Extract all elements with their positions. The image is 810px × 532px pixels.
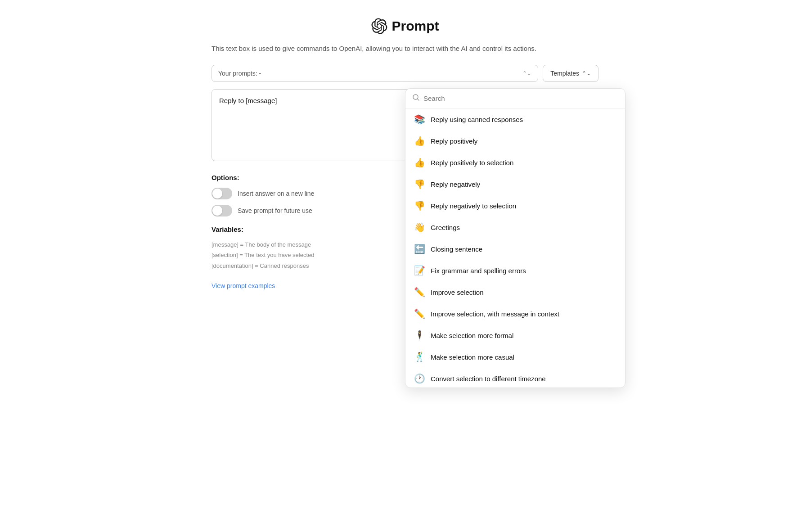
item-label: Greetings [431, 224, 460, 231]
prompt-row: Your prompts: - ⌃⌄ Templates ⌃⌄ 📚Reply u… [212, 65, 598, 82]
item-label: Reply positively [431, 137, 477, 145]
item-emoji-icon: 📚 [414, 114, 425, 125]
item-emoji-icon: 📝 [414, 265, 425, 276]
item-label: Make selection more formal [431, 332, 513, 339]
item-emoji-icon: 👎 [414, 179, 425, 189]
item-label: Reply negatively [431, 180, 480, 188]
toggle-save-prompt[interactable] [212, 205, 232, 216]
templates-chevron-icon: ⌃⌄ [582, 70, 591, 77]
item-emoji-icon: 🕴️ [414, 330, 425, 341]
item-label: Reply using canned responses [431, 116, 523, 123]
item-emoji-icon: 🕺 [414, 352, 425, 362]
item-label: Reply positively to selection [431, 159, 513, 167]
item-emoji-icon: 👍 [414, 135, 425, 146]
openai-logo-icon [371, 18, 387, 34]
view-examples-link[interactable]: View prompt examples [212, 282, 275, 289]
dropdown-item[interactable]: 👍Reply positively [405, 130, 625, 152]
templates-button[interactable]: Templates ⌃⌄ [543, 65, 598, 82]
item-emoji-icon: ✏️ [414, 287, 425, 298]
toggle-new-line[interactable] [212, 188, 232, 199]
dropdown-item[interactable]: 🕴️Make selection more formal [405, 325, 625, 346]
item-label: Fix grammar and spelling errors [431, 267, 526, 275]
search-icon [413, 94, 420, 103]
dropdown-item[interactable]: 📚Reply using canned responses [405, 108, 625, 130]
item-emoji-icon: 👍 [414, 157, 425, 168]
dropdown-item[interactable]: 👎Reply negatively to selection [405, 195, 625, 216]
page-title: Prompt [392, 18, 439, 34]
dropdown-item[interactable]: 🔚Closing sentence [405, 238, 625, 260]
item-emoji-icon: ✏️ [414, 308, 425, 319]
page-subtitle: This text box is used to give commands t… [212, 43, 598, 54]
item-label: Make selection more casual [431, 353, 514, 361]
item-label: Convert selection to different timezone [431, 375, 546, 383]
item-label: Closing sentence [431, 245, 482, 253]
prompts-select-text: Your prompts: - [218, 70, 261, 77]
item-emoji-icon: 🔚 [414, 243, 425, 254]
chevron-updown-icon: ⌃⌄ [522, 70, 531, 77]
templates-label: Templates [550, 70, 579, 77]
templates-dropdown: 📚Reply using canned responses👍Reply posi… [405, 88, 626, 388]
dropdown-item[interactable]: 🕺Make selection more casual [405, 346, 625, 368]
option-text-1: Insert answer on a new line [238, 190, 314, 197]
item-emoji-icon: 👎 [414, 200, 425, 211]
dropdown-list: 📚Reply using canned responses👍Reply posi… [405, 108, 625, 388]
dropdown-item[interactable]: 👋Greetings [405, 216, 625, 238]
search-input[interactable] [423, 95, 618, 102]
item-label: Improve selection [431, 289, 484, 296]
dropdown-item[interactable]: ✏️Improve selection [405, 281, 625, 303]
option-text-2: Save prompt for future use [238, 207, 312, 214]
dropdown-item[interactable]: ✏️Improve selection, with message in con… [405, 303, 625, 325]
item-label: Reply negatively to selection [431, 202, 516, 210]
dropdown-item[interactable]: 📝Fix grammar and spelling errors [405, 260, 625, 281]
item-label: Improve selection, with message in conte… [431, 310, 559, 318]
dropdown-item[interactable]: 🕐Convert selection to different timezone [405, 368, 625, 388]
item-emoji-icon: 👋 [414, 222, 425, 233]
dropdown-item[interactable]: 👎Reply negatively [405, 173, 625, 195]
search-bar [405, 89, 625, 108]
item-emoji-icon: 🕐 [414, 373, 425, 384]
page-header: Prompt [212, 18, 598, 34]
prompts-select[interactable]: Your prompts: - ⌃⌄ [212, 65, 538, 82]
dropdown-item[interactable]: 👍Reply positively to selection [405, 152, 625, 173]
